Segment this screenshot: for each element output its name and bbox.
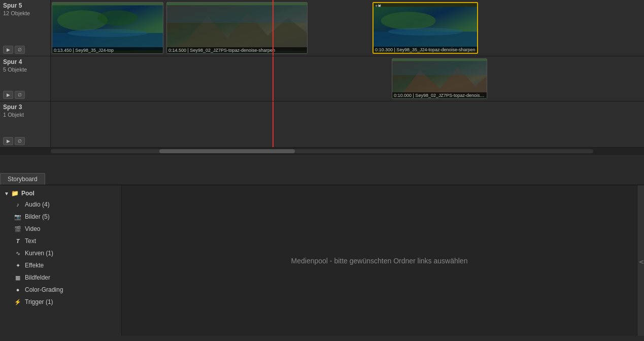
tree-label-bilder: Bilder (5): [25, 213, 50, 220]
clip-info-spur5-2: 0:14.500 | Sey98_02_JZ7PS-topaz-denoise-…: [167, 47, 307, 53]
folder-icon-pool: 📁: [11, 190, 19, 197]
tree-item-audio[interactable]: ♪ Audio (4): [9, 198, 121, 211]
track-name-spur5: Spur 5: [3, 2, 47, 9]
tree-item-effekte[interactable]: ✦ Effekte: [9, 259, 121, 271]
track-mute-spur5[interactable]: ∅: [15, 46, 25, 54]
clip-info-spur5-1: 0:13.450 | Sey98_35_J24-top: [52, 47, 163, 53]
tree-label-colorgrading: Color-Grading: [25, 286, 63, 293]
clip-thumb-spur5-1: [52, 3, 163, 53]
playhead-spur5: [273, 0, 274, 56]
audio-icon: ♪: [13, 200, 22, 209]
tree-item-text[interactable]: T Text: [9, 235, 121, 247]
clip-thumb-spur5-2: [167, 3, 307, 53]
tree-root-label: Pool: [21, 190, 35, 197]
right-panel-label: V: [638, 260, 644, 264]
tree-label-audio: Audio (4): [25, 201, 50, 208]
clip-spur5-1[interactable]: 0:13.450 | Sey98_35_J24-top: [52, 2, 163, 54]
svg-rect-7: [167, 5, 307, 23]
track-canvas-spur5: 0:13.450 | Sey98_35_J24-top: [51, 0, 644, 56]
track-count-spur3: 1 Objekt: [3, 112, 47, 137]
scroll-thumb[interactable]: [159, 149, 295, 153]
tree-label-bildfelder: Bildfelder: [25, 274, 50, 281]
track-spur3: Spur 3 1 Objekt ▶ ∅: [0, 101, 644, 148]
track-spur5: Spur 5 12 Objekte ▶ ∅: [0, 0, 644, 56]
media-pool-message: Medienpool - bitte gewünschten Ordner li…: [291, 257, 468, 265]
tree-item-bildfelder[interactable]: ▦ Bildfelder: [9, 271, 121, 284]
clip-info-spur4-1: 0:10.000 | Sey98_02_JZ7PS-topaz-denoise-…: [392, 92, 487, 98]
track-play-spur3[interactable]: ▶: [3, 137, 13, 145]
clip-spur5-2[interactable]: 0:14.500 | Sey98_02_JZ7PS-topaz-denoise-…: [166, 2, 308, 54]
timeline-scrollbar[interactable]: [0, 148, 644, 155]
track-canvas-spur3: [51, 101, 644, 147]
track-name-spur3: Spur 3: [3, 104, 47, 111]
svg-point-9: [381, 12, 436, 29]
curves-icon: ∿: [13, 249, 22, 258]
track-label-spur4: Spur 4 5 Objekte ▶ ∅: [0, 56, 51, 101]
storyboard-tab[interactable]: Storyboard: [0, 173, 45, 185]
right-hint-panel[interactable]: V: [637, 185, 644, 336]
tree-root-pool[interactable]: ▼ 📁 Pool: [0, 188, 121, 198]
playhead-spur4: [273, 56, 274, 101]
tree-panel: ▼ 📁 Pool ♪ Audio (4) 📷 Bilder (5) 🎬 Vide…: [0, 185, 122, 336]
media-pool-content: Medienpool - bitte gewünschten Ordner li…: [122, 185, 637, 336]
clip-info-spur5-3: 0:10.300 | Sey98_35_J24-topaz-denoise-sh…: [374, 47, 477, 53]
track-name-spur4: Spur 4: [3, 58, 47, 65]
tree-label-trigger: Trigger (1): [25, 298, 53, 305]
tree-children-pool: ♪ Audio (4) 📷 Bilder (5) 🎬 Video T Text …: [0, 198, 121, 308]
track-count-spur5: 12 Objekte: [3, 10, 47, 46]
track-play-spur5[interactable]: ▶: [3, 46, 13, 54]
tree-item-video[interactable]: 🎬 Video: [9, 223, 121, 235]
bottom-panel: ▼ 📁 Pool ♪ Audio (4) 📷 Bilder (5) 🎬 Vide…: [0, 185, 644, 336]
svg-point-4: [67, 29, 148, 37]
timeline-area: Spur 5 12 Objekte ▶ ∅: [0, 0, 644, 170]
trigger-icon: ⚡: [13, 297, 22, 306]
track-label-spur3: Spur 3 1 Objekt ▶ ∅: [0, 101, 51, 147]
track-play-spur4[interactable]: ▶: [3, 91, 13, 99]
track-label-spur5: Spur 5 12 Objekte ▶ ∅: [0, 0, 51, 56]
clip-spur4-1[interactable]: 0:10.000 | Sey98_02_JZ7PS-topaz-denoise-…: [392, 58, 487, 99]
track-mute-spur4[interactable]: ∅: [15, 91, 25, 99]
track-controls-spur5: ▶ ∅: [3, 46, 47, 55]
tree-item-bilder[interactable]: 📷 Bilder (5): [9, 211, 121, 223]
svg-point-11: [388, 28, 462, 36]
track-count-spur4: 5 Objekte: [3, 66, 47, 91]
tree-label-text: Text: [25, 237, 36, 245]
storyboard-tab-bar: Storyboard: [0, 170, 644, 185]
text-icon: T: [13, 236, 22, 246]
grid-icon: ▦: [13, 273, 22, 282]
scroll-track[interactable]: [51, 149, 593, 153]
playhead-spur3: [273, 101, 274, 147]
svg-point-2: [97, 10, 138, 25]
track-mute-spur3[interactable]: ∅: [15, 137, 25, 145]
image-icon: 📷: [13, 212, 22, 221]
tree-item-trigger[interactable]: ⚡ Trigger (1): [9, 296, 121, 308]
tree-item-kurven[interactable]: ∿ Kurven (1): [9, 247, 121, 259]
svg-rect-14: [392, 61, 487, 75]
video-icon: 🎬: [13, 224, 22, 233]
tree-label-video: Video: [25, 225, 40, 232]
tree-label-kurven: Kurven (1): [25, 250, 53, 257]
clip-spur5-3[interactable]: +✖: [372, 2, 478, 54]
tree-label-effekte: Effekte: [25, 262, 44, 269]
track-controls-spur4: ▶ ∅: [3, 91, 47, 100]
track-spur4: Spur 4 5 Objekte ▶ ∅: [0, 56, 644, 101]
clip-thumb-spur5-3: [374, 3, 477, 53]
colorgrade-icon: ●: [13, 285, 22, 294]
track-canvas-spur4: 0:10.000 | Sey98_02_JZ7PS-topaz-denoise-…: [51, 56, 644, 101]
tree-item-colorgrading[interactable]: ● Color-Grading: [9, 284, 121, 296]
effects-icon: ✦: [13, 261, 22, 270]
tree-arrow-pool: ▼: [4, 191, 9, 196]
track-controls-spur3: ▶ ∅: [3, 137, 47, 146]
